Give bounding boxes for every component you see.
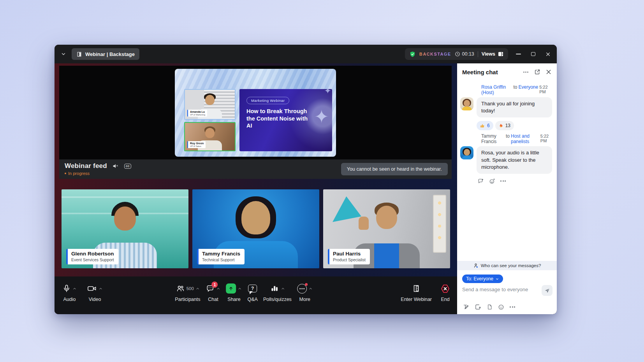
share-chevron[interactable] (238, 287, 242, 290)
video-label: Video (89, 297, 101, 302)
participant-name: Paul Harris (333, 251, 366, 257)
maximize-button[interactable] (531, 52, 535, 56)
cannot-be-seen-toast: You cannot be seen or heard in the webin… (341, 163, 448, 175)
name-badge: Tammy Francis Technical Support (197, 249, 245, 264)
reaction-thumbs-up[interactable]: 6 (477, 121, 493, 130)
door-icon (76, 51, 82, 57)
attach-file-icon[interactable] (487, 304, 493, 310)
end-label: End (441, 297, 449, 302)
meeting-chat-panel: Meeting chat Rosa Gri (457, 63, 557, 314)
participant-role: Event Services Support (71, 257, 114, 262)
tab-webinar-backstage[interactable]: Webinar | Backstage (72, 48, 139, 60)
chat-button[interactable]: 1 Chat (206, 282, 220, 302)
video-tile-tammy[interactable]: Tammy Francis Technical Support (192, 189, 319, 268)
preview-tile-amanda: Amanda Lu VP of Marketing (184, 89, 236, 120)
message-input[interactable]: Send a message to everyone (462, 287, 552, 304)
audio-options-chevron[interactable] (72, 287, 77, 290)
participants-count: 500 (187, 286, 194, 291)
name-badge: Glenn Robertson Event Services Support (66, 249, 118, 264)
chevron-down-icon[interactable] (61, 51, 66, 57)
shield-check-icon (409, 51, 416, 58)
chat-header: Meeting chat (457, 63, 557, 80)
minimize-button[interactable] (516, 54, 521, 54)
recipient-selector[interactable]: To: Everyone (462, 275, 503, 283)
tab-label: Webinar | Backstage (85, 51, 135, 57)
compose-area: To: Everyone Send a message to everyone (457, 270, 557, 314)
views-label: Views (482, 51, 495, 57)
speaker-role: VP of Marketing (190, 114, 205, 116)
share-button[interactable]: Share (226, 282, 242, 302)
participants-icon (176, 284, 185, 293)
message-bubble: Rosa, your audio is a little soft. Speak… (477, 146, 552, 174)
enter-webinar-button[interactable]: Enter Webinar (401, 282, 432, 302)
more-button[interactable]: More (297, 282, 313, 302)
chat-more-icon[interactable] (523, 69, 529, 75)
slide-category-pill: Marketing Webinar (246, 97, 289, 104)
meeting-toolbar: Audio Video (55, 276, 457, 314)
video-options-chevron[interactable] (99, 287, 103, 290)
recipient-link[interactable]: Host and panelists (511, 133, 539, 144)
screen-capture-icon[interactable] (475, 304, 481, 310)
sparkle-icon: ✦ (324, 89, 331, 96)
participant-role: Technical Support (202, 257, 240, 262)
chat-chevron[interactable] (216, 287, 220, 290)
qa-label: Q&A (247, 297, 257, 302)
polls-button[interactable]: Polls/quizzes (263, 282, 292, 302)
layout-views-icon (498, 51, 504, 57)
participant-name: Tammy Francis (202, 251, 240, 257)
end-button[interactable]: End (440, 282, 450, 302)
video-button[interactable]: Video (87, 282, 103, 302)
audio-label: Audio (63, 297, 76, 302)
message-more-icon[interactable] (500, 180, 506, 182)
participants-label: Participants (175, 297, 200, 302)
reaction-count: 13 (505, 123, 510, 128)
close-chat-icon[interactable] (545, 69, 552, 75)
bar-chart-icon (270, 284, 279, 293)
pop-out-icon[interactable] (534, 69, 540, 75)
title-bar: Webinar | Backstage BACKSTAGE 00:13 View… (55, 45, 557, 63)
audio-button[interactable]: Audio (62, 282, 77, 302)
enter-door-icon (412, 284, 421, 293)
speaker-muted-icon[interactable] (112, 163, 119, 170)
text-format-icon[interactable] (463, 304, 469, 310)
sparkle-icon: ✦ (314, 106, 329, 127)
webinar-slide-preview: Amanda Lu VP of Marketing Roy Green VP o… (175, 69, 336, 157)
video-tile-paul[interactable]: Paul Harris Product Specialist (323, 189, 450, 268)
participants-chevron[interactable] (195, 287, 200, 290)
clock-icon (455, 51, 460, 57)
participants-button[interactable]: 500 Participants (175, 282, 200, 302)
avatar (460, 146, 473, 159)
views-button[interactable]: Views (482, 51, 504, 57)
video-tile-glenn[interactable]: Glenn Robertson Event Services Support (62, 189, 188, 268)
stage-area: Amanda Lu VP of Marketing Roy Green VP o… (55, 63, 457, 314)
polls-label: Polls/quizzes (263, 297, 292, 302)
enter-webinar-label: Enter Webinar (401, 297, 432, 302)
polls-chevron[interactable] (281, 287, 285, 290)
qa-button[interactable]: ? Q&A (247, 282, 257, 302)
closed-captions-icon[interactable]: cc (124, 164, 131, 169)
participant-name: Glenn Robertson (71, 251, 114, 257)
panelist-tiles-row: Glenn Robertson Event Services Support T… (55, 179, 457, 276)
close-button[interactable] (545, 52, 551, 57)
compose-more-icon[interactable] (510, 306, 515, 308)
end-meeting-icon (440, 284, 450, 294)
speaker-name: Amanda Lu (190, 110, 205, 113)
quote-reply-icon[interactable] (477, 178, 484, 184)
reaction-count: 6 (487, 123, 490, 128)
sender-name-link[interactable]: Rosa Griffin (Host) (481, 84, 512, 95)
chevron-down-icon (495, 277, 499, 281)
more-label: More (299, 297, 310, 302)
slide-graphic: Marketing Webinar How to Break Through t… (239, 89, 332, 151)
webinar-feed-preview: Amanda Lu VP of Marketing Roy Green VP o… (59, 66, 452, 159)
emoji-icon[interactable] (498, 304, 504, 310)
who-can-see-banner[interactable]: Who can see your messages? (457, 261, 557, 270)
reaction-fire[interactable]: 13 (495, 121, 514, 130)
chat-message-list[interactable]: Rosa Griffin (Host) to Everyone 5:22 PM … (457, 80, 557, 261)
backstage-badge: BACKSTAGE (419, 52, 451, 56)
participant-role: Product Specialist (333, 257, 366, 262)
recipient-link[interactable]: Everyone (518, 84, 538, 90)
send-message-button[interactable] (542, 285, 553, 296)
more-chevron[interactable] (308, 287, 313, 290)
chat-title: Meeting chat (462, 69, 498, 75)
add-reaction-icon[interactable] (489, 178, 495, 184)
